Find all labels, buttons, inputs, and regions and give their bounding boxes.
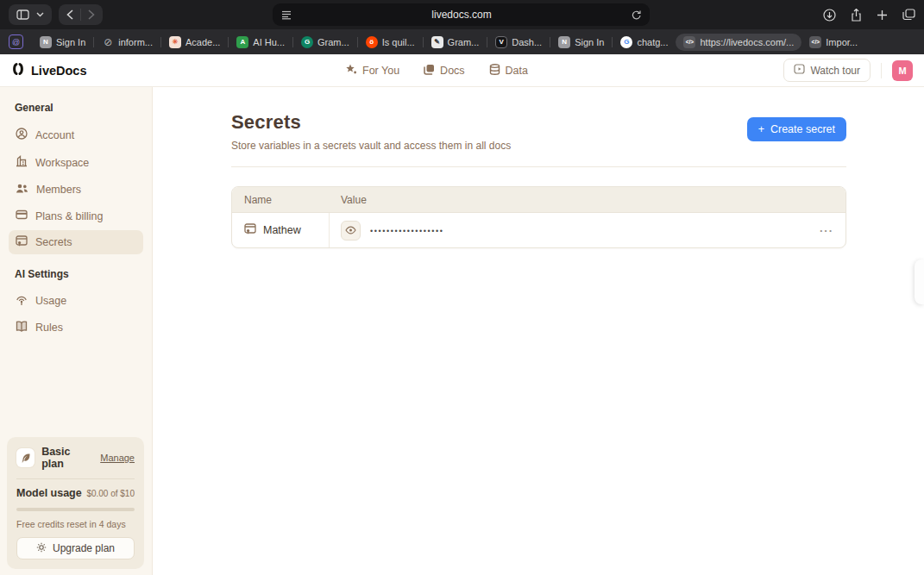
bookmarks-bar: @ NSign In ⊘inform... ✳Acade... AAI Hu..… bbox=[0, 29, 924, 54]
quill-icon: ✎ bbox=[431, 36, 443, 48]
flower-icon: ✳ bbox=[169, 36, 181, 48]
app-body: General Account Workspace Members Plans … bbox=[0, 87, 924, 575]
bookmark-academy[interactable]: ✳Acade... bbox=[161, 34, 228, 51]
row-options-menu[interactable]: ··· bbox=[820, 224, 845, 237]
extension-icon[interactable]: @ bbox=[9, 34, 23, 49]
secret-name: Mathew bbox=[263, 224, 301, 236]
bookmark-label: inform... bbox=[118, 37, 153, 47]
main-nav: For You Docs Data bbox=[333, 63, 540, 78]
sidebar-item-members[interactable]: Members bbox=[9, 178, 143, 202]
page-title: Secrets bbox=[231, 111, 511, 134]
url-text: livedocs.com bbox=[292, 9, 632, 21]
model-usage-label: Model usage bbox=[16, 487, 82, 499]
browser-tab-bar: livedocs.com bbox=[0, 0, 924, 29]
workspace-icon bbox=[16, 155, 28, 170]
brand[interactable]: LiveDocs bbox=[11, 62, 86, 78]
reload-icon[interactable] bbox=[632, 9, 641, 20]
table-row[interactable]: Mathew •••••••••••••••••• ··· bbox=[232, 213, 845, 247]
settings-sidebar: General Account Workspace Members Plans … bbox=[0, 87, 153, 575]
watch-tour-button[interactable]: Watch tour bbox=[783, 59, 871, 82]
nav-label: Docs bbox=[440, 65, 464, 77]
bookmark-signin-2[interactable]: NSign In bbox=[550, 34, 612, 51]
reveal-eye-button[interactable] bbox=[341, 221, 361, 241]
credit-card-icon bbox=[16, 209, 28, 222]
shield-icon: V bbox=[495, 36, 507, 48]
sidebar-item-label: Members bbox=[36, 184, 81, 196]
usage-signal-icon bbox=[16, 294, 28, 308]
sidebar-item-label: Workspace bbox=[35, 157, 89, 169]
bookmark-quill[interactable]: öIs quil... bbox=[358, 34, 423, 51]
sidebar-item-usage[interactable]: Usage bbox=[9, 289, 143, 313]
livedocs-logo-icon bbox=[11, 62, 25, 78]
downloads-icon[interactable] bbox=[823, 9, 836, 22]
nav-history-group bbox=[59, 4, 103, 25]
database-icon bbox=[489, 64, 500, 78]
sidebar-item-plans-billing[interactable]: Plans & billing bbox=[9, 204, 143, 228]
play-window-icon bbox=[794, 64, 805, 77]
bookmark-label: Dash... bbox=[512, 37, 542, 47]
feather-icon bbox=[16, 448, 35, 467]
bookmark-grammarly[interactable]: GGram... bbox=[293, 34, 357, 51]
notion-icon: N bbox=[558, 36, 570, 48]
bookmark-label: Impor... bbox=[826, 37, 858, 47]
bookmark-gram-2[interactable]: ✎Gram... bbox=[424, 34, 487, 51]
watch-tour-label: Watch tour bbox=[810, 65, 860, 77]
masked-secret-value: •••••••••••••••••• bbox=[370, 225, 444, 235]
bookmark-signin-1[interactable]: NSign In bbox=[32, 34, 93, 51]
sidebar-item-label: Plans & billing bbox=[35, 210, 104, 222]
members-icon bbox=[16, 183, 28, 197]
chevron-down-icon[interactable] bbox=[36, 12, 44, 17]
upgrade-plan-button[interactable]: Upgrade plan bbox=[16, 537, 135, 559]
model-usage-value: $0.00 of $10 bbox=[86, 489, 135, 498]
nav-for-you[interactable]: For You bbox=[345, 63, 399, 78]
bookmark-inform[interactable]: ⊘inform... bbox=[94, 34, 160, 51]
nav-data[interactable]: Data bbox=[489, 64, 528, 78]
plus-icon: + bbox=[758, 123, 764, 135]
google-icon: G bbox=[620, 36, 632, 48]
reddit-icon: ö bbox=[366, 36, 378, 48]
bookmark-label: Is quil... bbox=[382, 37, 415, 47]
reader-view-icon[interactable] bbox=[281, 10, 292, 20]
bookmark-label: Sign In bbox=[575, 37, 604, 47]
main-content: Secrets Store variables in a secrets vau… bbox=[153, 87, 924, 575]
sidebar-item-account[interactable]: Account bbox=[9, 122, 143, 147]
sidebar-item-workspace[interactable]: Workspace bbox=[9, 150, 143, 175]
forward-icon[interactable] bbox=[88, 9, 95, 20]
bookmark-ai-hub[interactable]: AAI Hu... bbox=[229, 34, 292, 51]
section-title-ai-settings: AI Settings bbox=[15, 268, 137, 280]
bookmark-label: Gram... bbox=[448, 37, 480, 47]
sidebar-item-label: Rules bbox=[35, 322, 63, 334]
account-icon bbox=[16, 128, 28, 142]
column-header-name: Name bbox=[232, 194, 330, 206]
bookmark-label: Sign In bbox=[56, 37, 85, 47]
address-bar[interactable]: livedocs.com bbox=[273, 3, 650, 26]
bookmark-label: AI Hu... bbox=[253, 37, 285, 47]
nav-docs[interactable]: Docs bbox=[424, 64, 464, 78]
sidebar-item-secrets[interactable]: Secrets bbox=[9, 230, 143, 254]
nav-label: For You bbox=[362, 65, 399, 77]
column-header-value: Value bbox=[330, 194, 367, 206]
secret-name-cell: Mathew bbox=[232, 213, 330, 247]
bookmark-chatgpt[interactable]: Gchatg... bbox=[613, 34, 676, 51]
browser-sidebar-icon[interactable] bbox=[16, 9, 29, 20]
back-icon[interactable] bbox=[66, 9, 73, 20]
new-tab-icon[interactable] bbox=[877, 9, 888, 21]
slash-circle-icon: ⊘ bbox=[102, 36, 114, 48]
credits-reset-note: Free credits reset in 4 days bbox=[16, 519, 135, 529]
create-secret-label: Create secret bbox=[770, 123, 835, 135]
sidebar-item-rules[interactable]: Rules bbox=[9, 316, 143, 340]
create-secret-button[interactable]: + Create secret bbox=[747, 117, 846, 141]
sidebar-item-label: Account bbox=[35, 129, 74, 141]
code-icon: </> bbox=[683, 36, 695, 48]
code-icon: </> bbox=[809, 36, 821, 48]
plan-name: Basic plan bbox=[41, 446, 93, 470]
secrets-table: Name Value Mathew ••••••••••••••• bbox=[231, 186, 846, 248]
collapsed-panel-handle[interactable] bbox=[915, 259, 924, 304]
bookmark-livedocs-active[interactable]: </>https://livedocs.com/... bbox=[676, 34, 801, 51]
bookmark-dash[interactable]: VDash... bbox=[487, 34, 550, 51]
manage-link[interactable]: Manage bbox=[100, 453, 135, 463]
share-icon[interactable] bbox=[851, 9, 862, 22]
avatar[interactable]: M bbox=[892, 60, 913, 81]
tab-overview-icon[interactable] bbox=[902, 9, 915, 21]
bookmark-import[interactable]: </>Impor... bbox=[801, 34, 865, 51]
